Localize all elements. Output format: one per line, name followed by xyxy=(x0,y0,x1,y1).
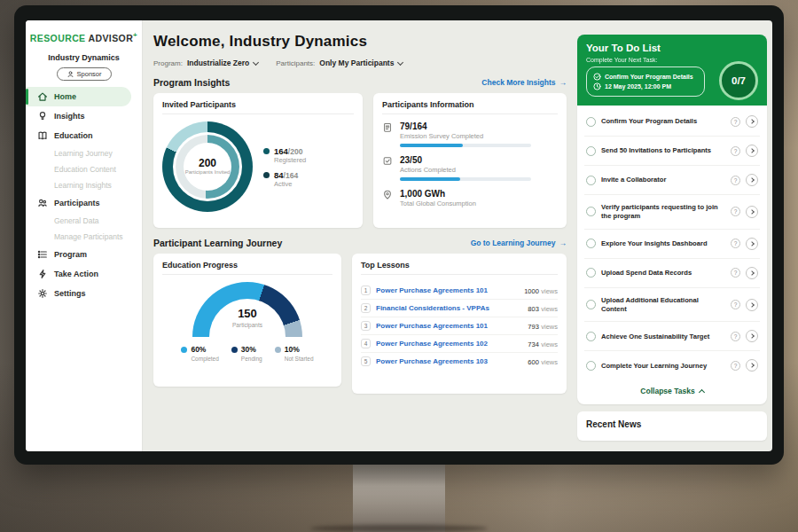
gauge-legend: 60%Completed 30%Pending 10%Not Started xyxy=(162,345,332,363)
chevron-right-button[interactable] xyxy=(746,174,758,186)
task-row[interactable]: Upload Additional Educational Content ? xyxy=(584,288,760,323)
help-icon[interactable]: ? xyxy=(731,239,740,248)
chevron-right-button[interactable] xyxy=(746,238,758,250)
lesson-title-link[interactable]: Financial Considerations - VPPAs xyxy=(376,304,522,312)
page-title: Welcome, Industry Dynamics xyxy=(153,33,574,51)
task-checkbox[interactable] xyxy=(586,361,596,371)
task-row[interactable]: Invite a Collaborator ? xyxy=(584,166,760,195)
task-label: Complete Your Learning Journey xyxy=(601,362,725,371)
sidebar-item-education-content[interactable]: Education Content xyxy=(26,161,142,177)
chevron-right-icon xyxy=(749,148,755,153)
legend-value: 84 xyxy=(274,170,284,180)
task-checkbox[interactable] xyxy=(586,207,596,216)
sponsor-badge[interactable]: Sponsor xyxy=(57,67,112,81)
program-filter[interactable]: Program: Industrialize Zero xyxy=(153,59,258,67)
task-checkbox[interactable] xyxy=(586,332,596,341)
next-task-label: Confirm Your Program Details xyxy=(605,74,693,80)
lesson-title-link[interactable]: Power Purchase Agreements 103 xyxy=(376,357,522,365)
chevron-right-button[interactable] xyxy=(746,267,758,279)
sidebar-item-insights[interactable]: Insights xyxy=(26,106,142,126)
views-value: 803 xyxy=(528,305,539,313)
lesson-title-link[interactable]: Power Purchase Agreements 102 xyxy=(376,340,522,348)
stat-label: Total Global Consumption xyxy=(400,200,476,207)
progress-bar xyxy=(400,177,531,181)
sidebar-item-learning-insights[interactable]: Learning Insights xyxy=(26,177,142,193)
task-row[interactable]: Achieve One Sustainability Target ? xyxy=(584,322,760,351)
education-gauge-chart: 150 Participants xyxy=(192,282,302,337)
todo-task-list: Confirm Your Program Details ? Send 50 I… xyxy=(577,106,767,404)
chevron-right-button[interactable] xyxy=(746,206,758,218)
legend-dot xyxy=(275,347,281,353)
help-icon[interactable]: ? xyxy=(731,176,740,185)
views-value: 793 xyxy=(528,323,539,331)
lesson-title-link[interactable]: Power Purchase Agreements 101 xyxy=(376,322,522,330)
sidebar-item-education[interactable]: Education xyxy=(26,126,142,145)
help-icon[interactable]: ? xyxy=(731,361,740,371)
views-label: views xyxy=(541,358,558,366)
next-task-box[interactable]: Confirm Your Program Details 12 May 2025… xyxy=(586,66,705,97)
sidebar-item-home[interactable]: Home xyxy=(26,87,131,106)
todo-title: Your To Do List xyxy=(586,43,758,53)
sidebar-item-participants[interactable]: Participants xyxy=(26,193,142,213)
help-icon[interactable]: ? xyxy=(731,117,740,127)
task-row[interactable]: Upload Spend Data Records ? xyxy=(584,259,760,288)
task-checkbox[interactable] xyxy=(586,268,596,278)
help-icon[interactable]: ? xyxy=(731,146,740,156)
stat-body: 79/164 Emission Survey Completed xyxy=(400,121,531,147)
sidebar-item-settings[interactable]: Settings xyxy=(26,284,142,303)
collapse-tasks-button[interactable]: Collapse Tasks xyxy=(584,379,760,401)
sidebar-item-learning-journey[interactable]: Learning Journey xyxy=(26,145,142,161)
collapse-label: Collapse Tasks xyxy=(640,387,694,395)
chevron-right-button[interactable] xyxy=(746,330,758,342)
lesson-row: 2 Financial Considerations - VPPAs 803 v… xyxy=(361,300,558,317)
lesson-rank: 5 xyxy=(361,356,371,366)
sidebar-item-label: Settings xyxy=(54,289,86,298)
lesson-rank: 4 xyxy=(361,339,371,348)
chevron-right-button[interactable] xyxy=(746,359,758,372)
task-label: Send 50 Invitations to Participants xyxy=(601,146,725,155)
participants-filter[interactable]: Participants: Only My Participants xyxy=(276,59,403,67)
legend-text: 60%Completed xyxy=(191,345,218,363)
monitor-screen: RESOURCE ADVISOR+ Industry Dynamics Spon… xyxy=(26,20,772,451)
monitor-stand xyxy=(353,461,445,532)
task-row[interactable]: Verify participants requesting to join t… xyxy=(584,195,760,230)
sidebar-item-take-action[interactable]: Take Action xyxy=(26,264,142,284)
task-row[interactable]: Explore Your Insights Dashboard ? xyxy=(584,230,760,259)
help-icon[interactable]: ? xyxy=(731,332,740,341)
legend-label: Pending xyxy=(241,356,262,362)
legend-value: 30% xyxy=(241,345,262,354)
stat-consumption: 1,000 GWh Total Global Consumption xyxy=(382,189,558,207)
lesson-views: 1000 views xyxy=(524,286,558,295)
task-checkbox[interactable] xyxy=(586,146,596,156)
sidebar-item-program[interactable]: Program xyxy=(26,245,142,264)
donut-center-label: Participants Invited xyxy=(185,169,231,176)
task-checkbox[interactable] xyxy=(586,117,596,127)
task-row[interactable]: Complete Your Learning Journey ? xyxy=(584,351,760,379)
legend-suffix: /200 xyxy=(288,147,303,156)
help-icon[interactable]: ? xyxy=(731,300,740,309)
go-to-learning-journey-link[interactable]: Go to Learning Journey → xyxy=(471,239,567,247)
help-icon[interactable]: ? xyxy=(731,207,740,216)
learning-journey-cards: Education Progress 150 Participants 60%C… xyxy=(153,254,574,394)
sidebar-item-manage-participants[interactable]: Manage Participants xyxy=(26,229,142,245)
task-checkbox[interactable] xyxy=(586,239,596,248)
task-row[interactable]: Confirm Your Program Details ? xyxy=(584,107,760,137)
task-row[interactable]: Send 50 Invitations to Participants ? xyxy=(584,137,760,166)
task-checkbox[interactable] xyxy=(586,176,596,185)
chevron-right-button[interactable] xyxy=(746,115,758,128)
legend-value: 164 xyxy=(274,146,288,156)
chevron-right-button[interactable] xyxy=(746,145,758,157)
check-more-insights-link[interactable]: Check More Insights → xyxy=(481,78,567,87)
lesson-rank: 1 xyxy=(361,286,371,295)
stat-value: 79/164 xyxy=(400,121,427,131)
legend-label: Active xyxy=(274,180,298,188)
sidebar-item-general-data[interactable]: General Data xyxy=(26,213,142,229)
chevron-right-button[interactable] xyxy=(746,299,758,311)
chevron-down-icon xyxy=(253,59,259,65)
chevron-up-icon xyxy=(699,389,705,395)
help-icon[interactable]: ? xyxy=(731,268,740,278)
lesson-title-link[interactable]: Power Purchase Agreements 101 xyxy=(376,286,519,294)
task-checkbox[interactable] xyxy=(586,300,596,309)
legend-item-active: 84/164 Active xyxy=(263,170,306,188)
participants-information-card: Participants Information 79/164 Emission… xyxy=(373,93,567,228)
